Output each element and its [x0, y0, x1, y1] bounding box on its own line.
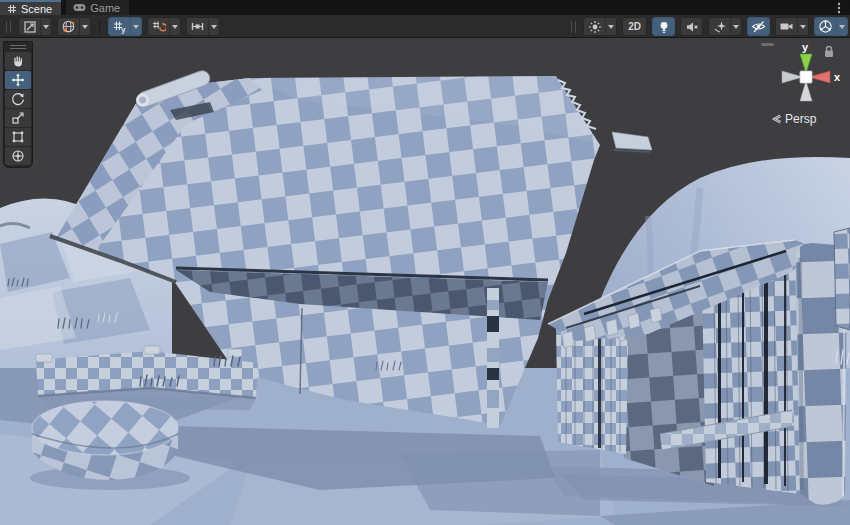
snap-move-icon	[187, 18, 208, 35]
svg-text:y: y	[121, 25, 126, 34]
checker-stump	[30, 401, 190, 490]
scene-viewport[interactable]	[0, 38, 850, 525]
sparkle-icon	[709, 18, 730, 35]
scene-camera-view-button[interactable]	[57, 17, 91, 36]
tab-game[interactable]: Game	[66, 0, 129, 15]
scene-toolbar: y	[0, 15, 850, 38]
scene-audio-button[interactable]	[680, 17, 703, 36]
scene-fx-dropdown[interactable]	[730, 18, 741, 35]
persp-frustum-icon	[771, 114, 782, 124]
globe-icon	[58, 18, 79, 35]
bulb-icon	[653, 18, 674, 35]
tab-scene[interactable]: Scene	[0, 0, 61, 15]
mode-2d-button[interactable]: 2D	[622, 17, 647, 36]
tab-bar: Scene Game	[0, 0, 850, 15]
grid-visibility-dropdown[interactable]	[130, 18, 141, 35]
projection-toggle[interactable]: Persp	[771, 112, 816, 126]
move-tool-button[interactable]	[5, 71, 31, 89]
rect-icon	[11, 130, 25, 144]
draw-mode-dropdown[interactable]	[40, 18, 51, 35]
rotate-tool-button[interactable]	[5, 90, 31, 108]
gizmo-axis-y[interactable]	[800, 54, 812, 73]
overlay-drag-handle[interactable]	[6, 21, 11, 33]
checker-fragment-right	[834, 228, 850, 330]
shaded-mode-icon	[19, 18, 40, 35]
gizmo-center-cube[interactable]	[800, 71, 812, 83]
sun-icon	[584, 18, 605, 35]
scale-tool-button[interactable]	[5, 109, 31, 127]
mode-2d-label: 2D	[623, 21, 646, 32]
scene-effects-dropdown[interactable]	[605, 18, 616, 35]
tab-scene-label: Scene	[21, 3, 52, 15]
unity-scene-view-window: Scene Game	[0, 0, 850, 525]
toolbar-separator	[99, 20, 100, 34]
camera-settings-button[interactable]	[775, 17, 809, 36]
eye-hidden-icon	[748, 18, 769, 35]
snap-increment-dropdown[interactable]	[169, 18, 180, 35]
grid-snap-icon	[148, 18, 169, 35]
gizmo-axes-icon	[815, 18, 836, 35]
scene-lighting-button[interactable]	[652, 17, 675, 36]
tools-overlay	[3, 41, 33, 168]
draw-mode-button[interactable]	[18, 17, 52, 36]
transform-icon	[11, 149, 25, 163]
grid-visibility-button[interactable]: y	[108, 17, 142, 36]
projection-label: Persp	[785, 112, 816, 126]
gizmo-axis-y-neg[interactable]	[800, 81, 812, 101]
scene-grid-icon	[7, 4, 17, 14]
axis-y-label: y	[802, 41, 809, 53]
gamepad-icon	[73, 3, 86, 12]
scene-effects-button[interactable]	[583, 17, 617, 36]
overlay-drag-handle[interactable]	[571, 21, 576, 33]
tab-game-label: Game	[90, 2, 120, 14]
axis-x-label: x	[834, 71, 841, 83]
scene-visibility-button[interactable]	[747, 17, 770, 36]
grid-y-icon: y	[109, 18, 130, 35]
scene-fx-button[interactable]	[708, 17, 742, 36]
rotate-icon	[11, 92, 25, 106]
camera-icon	[776, 18, 797, 35]
move-icon	[11, 73, 25, 87]
lock-icon[interactable]	[823, 45, 835, 58]
camera-settings-dropdown[interactable]	[797, 18, 808, 35]
house-corner-post	[487, 288, 499, 428]
move-snap-dropdown[interactable]	[208, 18, 219, 35]
gizmo-orientation-dropdown[interactable]	[836, 18, 847, 35]
kebab-menu-icon[interactable]	[833, 1, 845, 14]
speaker-mute-icon	[681, 18, 702, 35]
snap-increment-button[interactable]	[147, 17, 181, 36]
hand-icon	[11, 54, 25, 68]
tools-overlay-handle[interactable]	[5, 43, 31, 51]
move-snap-button[interactable]	[186, 17, 220, 36]
scale-icon	[11, 111, 25, 125]
rect-tool-button[interactable]	[5, 128, 31, 146]
view-tool-button[interactable]	[5, 52, 31, 70]
gizmo-orientation-button[interactable]	[814, 17, 848, 36]
scene-camera-dropdown[interactable]	[79, 18, 90, 35]
transform-tool-button[interactable]	[5, 147, 31, 165]
